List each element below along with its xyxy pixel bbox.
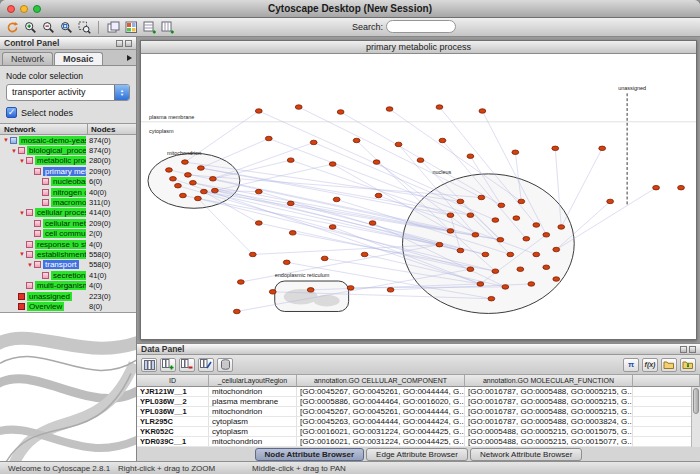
column-header[interactable]: ID bbox=[137, 375, 209, 387]
graph-node[interactable] bbox=[283, 260, 290, 265]
graph-node[interactable] bbox=[517, 267, 524, 272]
graph-node[interactable] bbox=[457, 248, 464, 253]
add-rows-icon[interactable] bbox=[140, 19, 158, 36]
graph-node[interactable] bbox=[269, 290, 276, 295]
graph-node[interactable] bbox=[255, 221, 262, 226]
network-view-title[interactable]: primary metabolic process bbox=[141, 41, 696, 54]
network-overview-panel[interactable] bbox=[0, 312, 136, 461]
graph-node[interactable] bbox=[439, 138, 446, 143]
tree-row[interactable]: secretion41(0) bbox=[0, 270, 136, 280]
graph-node[interactable] bbox=[599, 146, 606, 151]
tree-row[interactable]: unassigned223(0) bbox=[0, 291, 136, 301]
graph-node[interactable] bbox=[528, 282, 535, 287]
modify-attribute-icon[interactable] bbox=[198, 358, 214, 372]
graph-node[interactable] bbox=[467, 267, 474, 272]
network-canvas[interactable]: plasma membranecytoplasmmitochondrionnuc… bbox=[141, 54, 696, 339]
graph-node[interactable] bbox=[347, 286, 354, 291]
tab-network-attribute-browser[interactable]: Network Attribute Browser bbox=[470, 448, 582, 461]
graph-node[interactable] bbox=[255, 109, 262, 114]
graph-node[interactable] bbox=[479, 109, 486, 114]
table-row[interactable]: YJR121W__1mitochondrion[GO:0045267, GO:0… bbox=[137, 387, 700, 397]
graph-node[interactable] bbox=[533, 252, 540, 257]
graph-node[interactable] bbox=[513, 216, 520, 221]
tree-row[interactable]: ▼transport558(0) bbox=[0, 260, 136, 270]
search-input[interactable] bbox=[386, 20, 456, 33]
tab-mosaic[interactable]: Mosaic bbox=[54, 52, 103, 65]
tree-row[interactable]: nucleobase...6(0) bbox=[0, 177, 136, 187]
window-stack-icon[interactable] bbox=[104, 19, 122, 36]
graph-node[interactable] bbox=[558, 225, 565, 230]
graph-node[interactable] bbox=[447, 213, 454, 218]
graph-node[interactable] bbox=[543, 233, 550, 238]
graph-node[interactable] bbox=[553, 247, 560, 252]
graph-node[interactable] bbox=[166, 168, 173, 173]
graph-node[interactable] bbox=[653, 185, 660, 190]
refresh-layout-icon[interactable] bbox=[3, 19, 21, 36]
graph-node[interactable] bbox=[467, 154, 474, 159]
tree-row[interactable]: macromolecule...311(0) bbox=[0, 197, 136, 207]
graph-node[interactable] bbox=[512, 150, 519, 155]
tree-row[interactable]: multi-organism pro...4(0) bbox=[0, 280, 136, 290]
hide-panel-icon[interactable] bbox=[125, 40, 132, 47]
expand-arrow-icon[interactable]: ▼ bbox=[18, 157, 26, 165]
minimize-window-icon[interactable] bbox=[20, 5, 28, 13]
table-row[interactable]: YPL036W__1mitochondrion[GO:0045267, GO:0… bbox=[137, 407, 700, 417]
graph-node[interactable] bbox=[289, 231, 296, 236]
tab-network[interactable]: Network bbox=[2, 52, 53, 65]
create-attribute-icon[interactable] bbox=[160, 358, 176, 372]
graph-node[interactable] bbox=[249, 252, 256, 257]
formula-pi-icon[interactable]: π bbox=[623, 358, 639, 372]
graph-node[interactable] bbox=[386, 107, 393, 112]
close-window-icon[interactable] bbox=[7, 5, 15, 13]
graph-node[interactable] bbox=[417, 158, 424, 163]
graph-node[interactable] bbox=[170, 177, 177, 182]
table-row[interactable]: YDR039C__1mitochondrion[GO:0016021, GO:0… bbox=[137, 437, 700, 447]
tree-row[interactable]: response to stimul...4(0) bbox=[0, 239, 136, 249]
graph-node[interactable] bbox=[310, 140, 317, 145]
graph-node[interactable] bbox=[492, 269, 499, 274]
graph-node[interactable] bbox=[518, 199, 525, 204]
tree-row[interactable]: cellular metabo...209(0) bbox=[0, 218, 136, 228]
window-titlebar[interactable]: Cytoscape Desktop (New Session) bbox=[0, 0, 700, 18]
tab-edge-attribute-browser[interactable]: Edge Attribute Browser bbox=[366, 448, 468, 461]
graph-node[interactable] bbox=[457, 199, 464, 204]
graph-node[interactable] bbox=[361, 252, 368, 257]
graph-node[interactable] bbox=[233, 309, 240, 314]
tree-row[interactable]: ▼cellular process414(0) bbox=[0, 208, 136, 218]
graph-node[interactable] bbox=[209, 177, 216, 182]
graph-node[interactable] bbox=[185, 173, 192, 178]
graph-node[interactable] bbox=[533, 223, 540, 228]
tree-row[interactable]: ▼metabolic process280(0) bbox=[0, 156, 136, 166]
expand-arrow-icon[interactable]: ▼ bbox=[18, 250, 26, 258]
float-data-panel-icon[interactable] bbox=[680, 346, 687, 353]
graph-node[interactable] bbox=[255, 189, 262, 194]
graph-node[interactable] bbox=[467, 213, 474, 218]
graph-node[interactable] bbox=[447, 229, 454, 234]
graph-node[interactable] bbox=[337, 110, 344, 115]
select-nodes-checkbox[interactable] bbox=[6, 107, 17, 118]
graph-node[interactable] bbox=[373, 160, 380, 165]
table-scrollbar[interactable] bbox=[691, 387, 700, 447]
mosaic-grid-icon[interactable] bbox=[122, 19, 140, 36]
graph-node[interactable] bbox=[543, 265, 550, 270]
graph-node[interactable] bbox=[321, 256, 328, 261]
graph-node[interactable] bbox=[482, 252, 489, 257]
graph-node[interactable] bbox=[333, 197, 340, 202]
graph-node[interactable] bbox=[353, 138, 360, 143]
graph-node[interactable] bbox=[502, 285, 509, 290]
graph-node[interactable] bbox=[307, 288, 314, 293]
graph-node[interactable] bbox=[387, 288, 394, 293]
node-color-select[interactable]: transporter activity bbox=[6, 84, 130, 101]
graph-node[interactable] bbox=[329, 225, 336, 230]
graph-node[interactable] bbox=[552, 146, 559, 151]
zoom-window-icon[interactable] bbox=[33, 5, 41, 13]
graph-node[interactable] bbox=[523, 236, 530, 241]
graph-node[interactable] bbox=[395, 142, 402, 147]
combo-arrow-icon[interactable] bbox=[114, 85, 129, 100]
tab-node-attribute-browser[interactable]: Node Attribute Browser bbox=[255, 448, 365, 461]
graph-node[interactable] bbox=[329, 162, 336, 167]
graph-node[interactable] bbox=[175, 183, 182, 188]
expand-arrow-icon[interactable]: ▼ bbox=[26, 261, 34, 269]
expand-arrow-icon[interactable]: ▼ bbox=[2, 136, 10, 144]
graph-node[interactable] bbox=[182, 160, 189, 165]
